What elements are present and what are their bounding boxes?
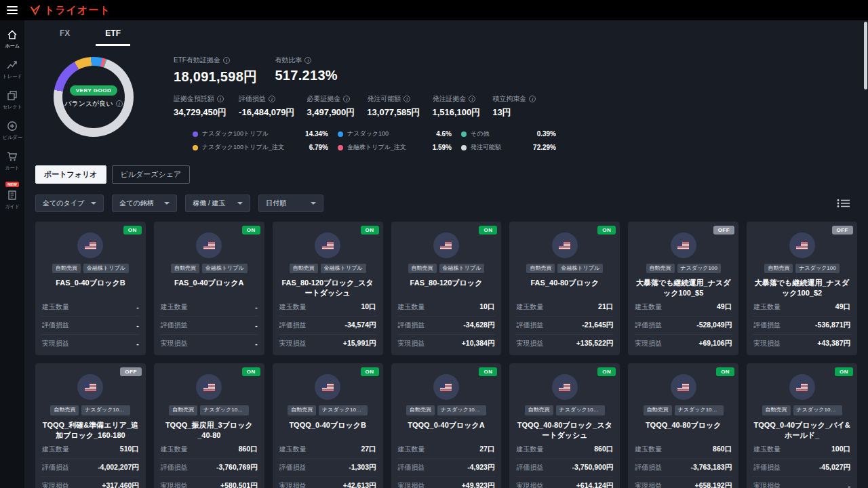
vertical-scrollbar[interactable] — [864, 22, 867, 89]
row-value: +10,384円 — [462, 339, 495, 348]
auto-trade-badge: 自動売買 — [764, 264, 793, 273]
tab-etf[interactable]: ETF — [87, 20, 138, 46]
app-window: トライオート ホーム トレード セレクト — [0, 0, 868, 488]
secondary-stat: 発注可能額 13,077,585円 — [367, 94, 420, 119]
card-title: FAS_40-80ブロック — [515, 278, 614, 298]
card-badges: 自動売買 ナスダック100トリプル — [753, 405, 851, 415]
list-view-icon[interactable] — [837, 199, 857, 208]
info-icon[interactable] — [116, 100, 123, 107]
info-icon[interactable] — [403, 96, 410, 102]
card-stats: 建玉数量 510口 評価損益 -4,002,207円 実現損益 +317,460… — [41, 441, 140, 488]
filter-type-dropdown[interactable]: 全てのタイプ — [35, 195, 104, 212]
card-row-eval-pl: 評価損益 -34,628円 — [397, 316, 496, 334]
stat-label: 発注証拠金 — [432, 94, 480, 104]
legend-value: 0.39% — [537, 130, 556, 138]
strategy-card[interactable]: ON 自動売買 ナスダック100トリプル TQQQ_0-40ブロックB 建玉数量… — [273, 363, 383, 488]
instrument-badge: 金融株トリプル — [83, 264, 129, 273]
strategy-card[interactable]: ON 自動売買 金融株トリプル FAS_40-80ブロック 建玉数量 21口 — [509, 222, 620, 355]
card-row-eval-pl: 評価損益 -3,750,900円 — [515, 458, 614, 476]
strategy-card[interactable]: ON 自動売買 金融株トリプル FAS_0-40ブロックB 建玉数量 - — [35, 222, 146, 355]
sidebar-item-guide[interactable]: NEW ガイド — [0, 177, 24, 216]
strategy-card[interactable]: OFF 自動売買 ナスダック100 大暴落でも継続運用_ナスダック100_$2 … — [747, 222, 857, 355]
card-row-realized-pl: 実現損益 +69,106円 — [634, 334, 732, 352]
row-label: 評価損益 — [161, 321, 188, 330]
legend-color-dot — [461, 131, 467, 137]
strategy-card[interactable]: ON 自動売買 ナスダック100トリプル TQQQ_振戻用_3ブロック_40-8… — [154, 363, 264, 488]
card-row-quantity: 建玉数量 - — [160, 298, 258, 316]
strategy-card[interactable]: ON 自動売買 ナスダック100トリプル TQQQ_0-40ブロックA 建玉数量… — [391, 363, 502, 488]
sidebar-item-select[interactable]: セレクト — [0, 85, 24, 116]
card-row-realized-pl: 実現損益 +317,460円 — [41, 476, 140, 488]
us-flag-icon — [322, 242, 334, 249]
legend-label: ナスダック100トリプル_注文 — [202, 143, 284, 152]
row-label: 実現損益 — [42, 481, 69, 488]
strategy-card[interactable]: ON 自動売買 金融株トリプル FAS_80-120ブロック 建玉数量 10口 — [391, 222, 502, 355]
tab-builders-share[interactable]: ビルダーズシェア — [112, 165, 191, 184]
strategy-card[interactable]: ON 自動売買 ナスダック100トリプル TQQQ_40-80ブロック_スタート… — [509, 363, 620, 488]
card-row-realized-pl: 実現損益 +614,124円 — [515, 476, 614, 488]
row-value: +15,991円 — [343, 339, 376, 348]
row-label: 実現損益 — [635, 481, 662, 488]
info-icon[interactable] — [269, 96, 275, 102]
card-row-realized-pl: 実現損益 +10,384円 — [397, 334, 496, 352]
auto-trade-badge: 自動売買 — [288, 405, 316, 415]
card-title: TQQQ_40-80ブロック — [634, 420, 732, 441]
strategy-card[interactable]: OFF 自動売買 ナスダック100トリプル TQQQ_利確&準備エリア_追加ブロ… — [35, 363, 146, 488]
instrument-badge: ナスダック100トリプル — [81, 405, 130, 415]
app-logo[interactable]: トライオート — [30, 4, 111, 17]
row-value: +317,460円 — [102, 481, 139, 488]
row-value: - — [136, 321, 139, 329]
strategy-card[interactable]: ON 自動売買 金融株トリプル FAS_0-40ブロックA 建玉数量 - — [154, 222, 264, 355]
strategy-card[interactable]: ON 自動売買 ナスダック100トリプル TQQQ_40-80ブロック 建玉数量… — [628, 363, 738, 488]
card-row-eval-pl: 評価損益 -4,002,207円 — [41, 458, 140, 476]
info-icon[interactable] — [223, 57, 230, 64]
legend-color-dot — [193, 145, 198, 150]
sidebar-item-builder[interactable]: ビルダー — [0, 116, 24, 146]
row-label: 建玉数量 — [516, 302, 543, 312]
strategy-card[interactable]: ON 自動売買 金融株トリプル FAS_80-120ブロック_スタートダッシュ … — [273, 222, 383, 355]
auto-trade-badge: 自動売買 — [52, 264, 81, 273]
row-value: +658,192円 — [695, 481, 732, 488]
strategy-card[interactable]: ON 自動売買 ナスダック100トリプル TQQQ_0-40ブロック_バイ&ホー… — [747, 363, 857, 488]
us-flag-icon — [203, 242, 215, 249]
instrument-badge: ナスダック100トリプル — [675, 405, 724, 415]
card-row-eval-pl: 評価損益 - — [41, 316, 140, 334]
card-badges: 自動売買 ナスダック100トリプル — [41, 405, 140, 415]
info-icon[interactable] — [304, 57, 311, 64]
filter-symbol-dropdown[interactable]: 全ての銘柄 — [112, 195, 177, 212]
tab-portfolio[interactable]: ポートフォリオ — [35, 165, 106, 184]
row-value: 860口 — [713, 445, 732, 454]
filter-sort-dropdown[interactable]: 日付順 — [258, 195, 323, 212]
card-stats: 建玉数量 27口 評価損益 -1,303円 実現損益 +42,613円 — [279, 441, 377, 488]
info-icon[interactable] — [343, 96, 350, 102]
card-row-eval-pl: 評価損益 -528,049円 — [634, 316, 732, 334]
sidebar-item-trade[interactable]: トレード — [0, 55, 24, 85]
row-label: 建玉数量 — [753, 445, 781, 454]
strategy-card[interactable]: OFF 自動売買 ナスダック100 大暴落でも継続運用_ナスダック100_$5 … — [628, 222, 738, 355]
tab-fx[interactable]: FX — [42, 20, 87, 46]
info-icon[interactable] — [529, 96, 536, 102]
sidebar-item-home[interactable]: ホーム — [0, 24, 24, 55]
row-label: 建玉数量 — [42, 302, 69, 312]
card-row-eval-pl: 評価損益 -3,763,183円 — [634, 458, 732, 476]
new-badge: NEW — [5, 182, 19, 187]
row-value: 100口 — [831, 445, 850, 454]
instrument-badge: 金融株トリプル — [321, 264, 366, 273]
row-value: +42,613円 — [343, 481, 376, 488]
card-badges: 自動売買 ナスダック100 — [634, 264, 732, 273]
row-label: 建玉数量 — [398, 302, 425, 312]
row-value: - — [255, 340, 258, 348]
info-icon[interactable] — [469, 96, 475, 102]
card-row-eval-pl: 評価損益 -1,303円 — [279, 458, 377, 476]
allocation-legend-item: その他 0.39% — [461, 129, 556, 138]
row-value: 10口 — [361, 302, 376, 312]
balance-gauge: VERY GOOD バランスが良い — [41, 54, 146, 152]
card-row-quantity: 建玉数量 49口 — [753, 298, 851, 316]
main-content: FX ETF VERY GOOD バランスが良い — [24, 20, 868, 488]
stat-label: 発注可能額 — [367, 94, 420, 104]
sidebar-item-cart[interactable]: カート — [0, 146, 24, 177]
card-row-eval-pl: 評価損益 -34,574円 — [279, 316, 377, 334]
info-icon[interactable] — [217, 96, 224, 102]
hamburger-menu-icon[interactable] — [0, 0, 24, 20]
filter-status-dropdown[interactable]: 稼働 / 建玉 — [185, 195, 250, 212]
